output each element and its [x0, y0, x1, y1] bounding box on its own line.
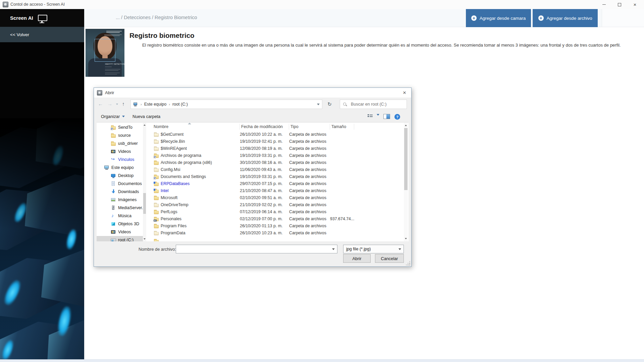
filetype-dropdown-button[interactable]: [396, 245, 404, 253]
folder-compressed-icon: [154, 188, 159, 193]
address-segment-this-pc[interactable]: Este equipo: [144, 102, 167, 107]
tree-item-vinculos[interactable]: Vínculos: [97, 156, 143, 164]
hexagon-background: [0, 118, 84, 359]
filetype-select[interactable]: jpg file (*.jpg): [343, 245, 404, 253]
tree-item-documentos[interactable]: Documentos: [97, 180, 143, 188]
organize-menu[interactable]: Organizar: [101, 114, 125, 119]
app-icon: [3, 2, 8, 7]
maximize-button[interactable]: [612, 0, 627, 9]
window-titlebar: Contol de acceso - Screen AI ×: [0, 0, 644, 9]
file-row[interactable]: Archivos de programa (x86)30/10/2020 08:…: [147, 159, 404, 166]
tree-item-imagenes[interactable]: Imágenes: [97, 196, 143, 204]
tree-scrollbar[interactable]: [143, 123, 146, 241]
face-detection-box: [95, 39, 115, 62]
address-bar[interactable]: › Este equipo › root (C:): [130, 100, 322, 109]
close-button[interactable]: ×: [627, 0, 643, 9]
file-row[interactable]: ProgramData26/10/2020 10:23 a. m.Carpeta…: [147, 229, 404, 236]
file-row-partial[interactable]: [147, 236, 404, 241]
view-mode-button[interactable]: [368, 114, 373, 118]
tree-item-usb-driver[interactable]: usb_driver: [97, 139, 143, 147]
plus-icon: [471, 15, 477, 21]
tree-item-source[interactable]: source: [97, 131, 143, 139]
file-row[interactable]: ERPDataBases29/07/2020 07:15 p. m.Carpet…: [147, 180, 404, 187]
help-icon: [394, 114, 400, 120]
cancel-button[interactable]: Cancelar: [375, 254, 404, 263]
column-header-size[interactable]: Tamaño: [330, 124, 354, 130]
tree-item-sendto[interactable]: SendTo: [97, 123, 143, 131]
toolbar-separator: [97, 122, 409, 122]
file-row[interactable]: Program Files26/10/2020 01:13 p. m.Carpe…: [147, 222, 404, 229]
search-input[interactable]: [350, 102, 404, 107]
breadcrumb: ... / Detecciones / Registro Biometrico: [116, 15, 197, 20]
file-row[interactable]: Intel21/10/2020 08:47 a. m.Carpeta de ar…: [147, 187, 404, 194]
3d-cube-icon: [111, 221, 116, 227]
tree-item-root-c[interactable]: root (C:): [97, 236, 143, 241]
folder-icon: [154, 209, 159, 215]
window-title: Contol de acceso - Screen AI: [10, 2, 65, 7]
folder-icon: [154, 132, 159, 137]
file-row[interactable]: OneDriveTemp21/10/2019 02:02 p. m.Carpet…: [147, 201, 404, 208]
help-button[interactable]: [394, 114, 400, 120]
scroll-down-icon[interactable]: [143, 237, 146, 241]
scroll-up-icon[interactable]: [143, 123, 146, 127]
tree-item-objetos-3d[interactable]: Objetos 3D: [97, 220, 143, 228]
file-row[interactable]: PerfLogs07/12/2019 06:14 a. m.Carpeta de…: [147, 208, 404, 215]
breadcrumb-separator: ›: [169, 102, 170, 106]
list-scrollbar-thumb[interactable]: [404, 128, 408, 190]
biometric-sample-photo: IDENTITY DETECTION: [86, 29, 124, 77]
nav-history-dropdown[interactable]: [116, 104, 118, 105]
media-server-icon: [111, 205, 116, 210]
add-from-file-button[interactable]: Agregar desde archivo: [533, 9, 598, 27]
scroll-up-icon[interactable]: [404, 123, 408, 127]
file-row[interactable]: Microsoft02/10/2020 09:51 a. m.Carpeta d…: [147, 194, 404, 201]
column-header-date[interactable]: Fecha de modificación: [240, 124, 289, 130]
refresh-button[interactable]: ↻: [324, 100, 335, 109]
file-row[interactable]: Archivos de programa19/10/2019 03:31 p. …: [147, 152, 404, 159]
new-folder-button[interactable]: Nueva carpeta: [132, 114, 160, 119]
file-row[interactable]: $Recycle.Bin19/10/2019 02:41 p. m.Carpet…: [147, 138, 404, 145]
drive-icon: [111, 237, 116, 241]
file-row[interactable]: $GetCurrent26/10/2020 10:22 a. m.Carpeta…: [147, 131, 404, 138]
filename-input[interactable]: [176, 245, 330, 253]
view-mode-dropdown[interactable]: [377, 114, 379, 116]
filename-combo[interactable]: [176, 245, 337, 253]
file-row[interactable]: Config.Msi11/06/2020 09:43 a. m.Carpeta …: [147, 166, 404, 173]
nav-forward-button[interactable]: →: [107, 101, 112, 107]
screen-logo-icon: [38, 15, 47, 21]
resize-grip[interactable]: [409, 264, 410, 265]
tree-item-videos[interactable]: Videos: [97, 147, 143, 156]
chevron-down-icon: [332, 248, 335, 250]
folder-tree: SendTo source usb_driver Videos Vínculos…: [97, 123, 143, 241]
column-header-name[interactable]: Nombre: [147, 124, 240, 130]
tree-item-mediaserver[interactable]: MediaServer.4E: [97, 204, 143, 212]
back-button[interactable]: << Volver: [0, 27, 84, 42]
minimize-button[interactable]: [596, 0, 612, 9]
address-segment-root-c[interactable]: root (C:): [172, 102, 188, 107]
tree-scrollbar-thumb[interactable]: [143, 193, 146, 214]
tree-item-este-equipo[interactable]: Este equipo: [97, 164, 143, 172]
address-dropdown-icon[interactable]: [317, 104, 320, 105]
tree-item-musica[interactable]: Música: [97, 212, 143, 220]
plus-icon: [538, 15, 544, 21]
close-icon: ×: [634, 2, 637, 7]
video-icon: [111, 229, 116, 235]
scroll-down-icon[interactable]: [404, 237, 408, 241]
nav-back-button[interactable]: ←: [98, 101, 103, 107]
add-from-camera-button[interactable]: Agregar desde camara: [466, 9, 531, 27]
file-row[interactable]: Personales02/12/2019 07:00 p. m.Carpeta …: [147, 215, 404, 222]
dialog-close-button[interactable]: ×: [399, 88, 410, 97]
tree-item-desktop[interactable]: Desktop: [97, 172, 143, 180]
sidebar: Screen AI << Volver: [0, 9, 84, 362]
filename-dropdown-button[interactable]: [330, 245, 337, 253]
column-header-type[interactable]: Tipo: [289, 124, 330, 130]
tree-item-downloads[interactable]: Downloads: [97, 188, 143, 196]
list-scrollbar[interactable]: [404, 123, 408, 241]
open-button[interactable]: Abrir: [343, 254, 371, 263]
search-box[interactable]: [340, 100, 407, 109]
tree-item-videos-2[interactable]: Videos: [97, 228, 143, 236]
nav-up-button[interactable]: ↑: [122, 101, 125, 107]
file-row[interactable]: Documents and Settings19/10/2019 03:31 p…: [147, 173, 404, 180]
file-row[interactable]: $WinREAgent12/08/2020 08:19 a. m.Carpeta…: [147, 145, 404, 152]
preview-pane-button[interactable]: [383, 114, 390, 119]
folder-shared-icon: [154, 216, 159, 222]
